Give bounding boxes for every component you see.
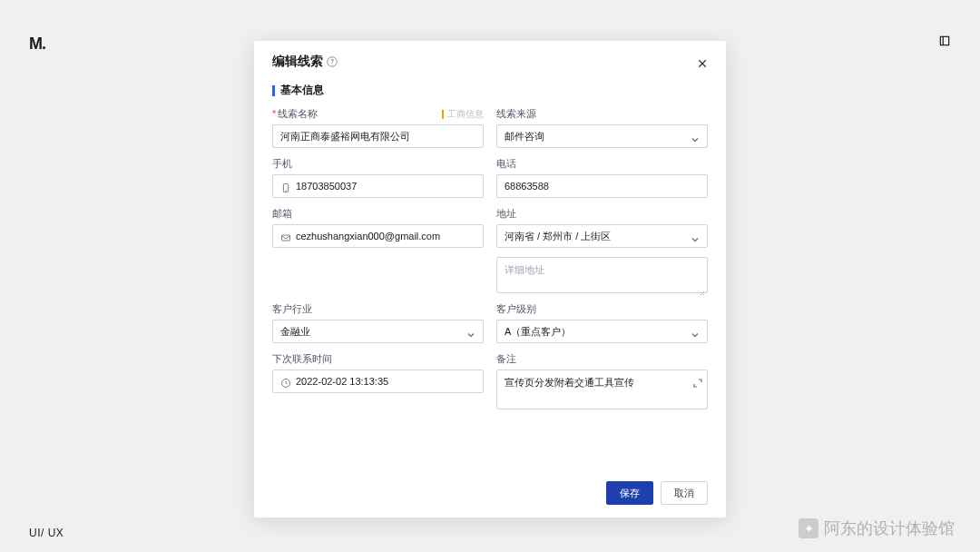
- email-icon: [280, 231, 291, 242]
- layout-icon: [938, 34, 951, 50]
- phone-label: 电话: [496, 157, 708, 171]
- svg-rect-8: [282, 235, 290, 241]
- remark-label: 备注: [496, 352, 708, 366]
- cancel-button[interactable]: 取消: [661, 481, 708, 505]
- industry-select[interactable]: 金融业: [272, 320, 484, 343]
- next-time-input[interactable]: 2022-02-02 13:13:35: [272, 370, 484, 393]
- modal-header: 编辑线索 ?: [254, 41, 726, 70]
- biz-info-link[interactable]: 工商信息: [442, 108, 484, 121]
- email-input[interactable]: cezhushangxian000@gmail.com: [272, 224, 484, 248]
- level-label: 客户级别: [496, 302, 708, 316]
- chevron-down-icon: [691, 232, 700, 241]
- svg-text:?: ?: [330, 58, 334, 64]
- footer-label: UI/ UX: [29, 527, 64, 539]
- chevron-down-icon: [691, 327, 700, 336]
- email-label: 邮箱: [272, 207, 484, 221]
- close-icon[interactable]: [697, 56, 708, 67]
- modal-footer: 保存 取消: [254, 472, 726, 518]
- form-body: *线索名称 工商信息 河南正商泰盛裕网电有限公司 线索来源 邮件咨询: [254, 102, 726, 472]
- chevron-down-icon: [691, 132, 700, 141]
- lead-source-label: 线索来源: [496, 107, 708, 121]
- modal-title: 编辑线索 ?: [272, 54, 338, 70]
- mobile-label: 手机: [272, 157, 484, 171]
- lead-name-input[interactable]: 河南正商泰盛裕网电有限公司: [272, 124, 484, 148]
- edit-lead-modal: 编辑线索 ? 基本信息 *线索名称 工商信息: [254, 41, 726, 518]
- address-label: 地址: [496, 207, 708, 221]
- mobile-icon: [280, 181, 291, 192]
- phone-input[interactable]: 68863588: [496, 174, 708, 198]
- section-title-basic: 基本信息: [254, 70, 726, 102]
- lead-name-label: *线索名称 工商信息: [272, 107, 484, 121]
- watermark: ✦ 阿东的设计体验馆: [799, 518, 955, 539]
- clock-icon: [280, 376, 291, 387]
- svg-rect-0: [940, 36, 948, 44]
- industry-label: 客户行业: [272, 302, 484, 316]
- svg-line-10: [703, 294, 704, 295]
- save-button[interactable]: 保存: [606, 481, 653, 505]
- mobile-input[interactable]: 18703850037: [272, 174, 484, 198]
- lead-source-select[interactable]: 邮件咨询: [496, 124, 708, 148]
- address-detail-textarea[interactable]: 详细地址: [496, 257, 708, 293]
- brand-logo: M.: [29, 34, 45, 54]
- help-icon[interactable]: ?: [327, 56, 338, 67]
- level-select[interactable]: A（重点客户）: [496, 320, 708, 343]
- next-time-label: 下次联系时间: [272, 352, 484, 366]
- address-select[interactable]: 河南省 / 郑州市 / 上街区: [496, 224, 708, 248]
- resize-handle-icon[interactable]: [698, 283, 705, 291]
- remark-textarea[interactable]: 宣传页分发附着交通工具宣传: [496, 370, 708, 409]
- expand-icon[interactable]: [693, 375, 702, 384]
- chevron-down-icon: [466, 327, 475, 336]
